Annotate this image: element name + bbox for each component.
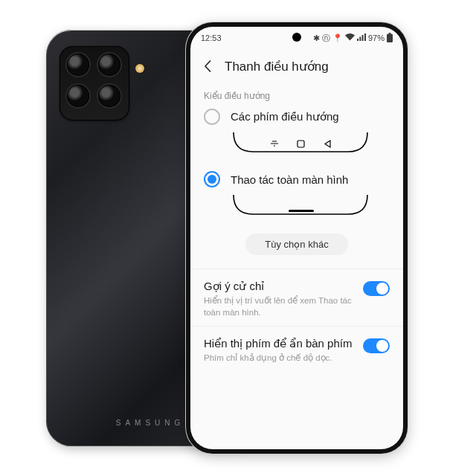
toggle-on-icon[interactable]	[363, 338, 390, 353]
row-title: Hiển thị phím để ẩn bàn phím	[204, 337, 356, 350]
status-bar: 12:53 ✱ ⓝ 📍 97%	[190, 27, 403, 49]
location-icon: 📍	[332, 34, 343, 42]
more-options-button[interactable]: Tùy chọn khác	[245, 234, 347, 255]
phone-front-device: 12:53 ✱ ⓝ 📍 97%	[186, 22, 408, 454]
camera-lens-icon	[98, 85, 120, 107]
section-label: Kiểu điều hướng	[204, 91, 390, 101]
row-desc: Phím chỉ khả dụng ở chế độ dọc.	[204, 353, 356, 364]
settings-content: Kiểu điều hướng Các phím điều hướng	[190, 88, 403, 449]
camera-lens-icon	[67, 85, 89, 107]
nfc-icon: ⓝ	[322, 34, 330, 42]
wifi-icon	[345, 33, 355, 42]
radio-selected-icon	[204, 171, 220, 187]
vibrate-icon: ✱	[313, 34, 320, 42]
toggle-on-icon[interactable]	[363, 281, 390, 296]
signal-icon	[357, 33, 366, 42]
nav-buttons-diagram	[226, 129, 390, 158]
option-nav-buttons[interactable]: Các phím điều hướng	[204, 109, 390, 125]
svg-rect-0	[387, 33, 393, 42]
camera-lens-icon	[67, 54, 89, 76]
status-time: 12:53	[201, 33, 222, 42]
option-fullscreen-gestures[interactable]: Thao tác toàn màn hình	[204, 171, 390, 187]
row-title: Gợi ý cử chỉ	[204, 280, 356, 293]
svg-rect-1	[389, 33, 391, 34]
svg-rect-3	[289, 210, 314, 212]
back-button[interactable]	[198, 56, 219, 77]
status-battery-text: 97%	[368, 33, 385, 42]
row-gesture-hint[interactable]: Gợi ý cử chỉ Hiển thị vị trí vuốt lên để…	[204, 269, 390, 326]
row-desc: Hiển thị vị trí vuốt lên để xem Thao tác…	[204, 295, 356, 318]
row-show-keyboard-button[interactable]: Hiển thị phím để ẩn bàn phím Phím chỉ kh…	[204, 327, 390, 372]
svg-rect-2	[298, 141, 304, 147]
app-header: Thanh điều hướng	[190, 49, 403, 83]
camera-lens-icon	[98, 54, 120, 76]
phone-screen: 12:53 ✱ ⓝ 📍 97%	[190, 27, 403, 449]
option-label: Thao tác toàn màn hình	[231, 173, 348, 186]
option-label: Các phím điều hướng	[231, 110, 339, 123]
more-options-label: Tùy chọn khác	[265, 239, 328, 250]
camera-module	[60, 46, 129, 120]
chevron-left-icon	[202, 60, 215, 73]
camera-flash-icon	[135, 64, 144, 73]
battery-icon	[387, 33, 393, 44]
page-title: Thanh điều hướng	[225, 59, 329, 74]
radio-unselected-icon	[204, 109, 220, 125]
gestures-diagram	[226, 192, 390, 220]
